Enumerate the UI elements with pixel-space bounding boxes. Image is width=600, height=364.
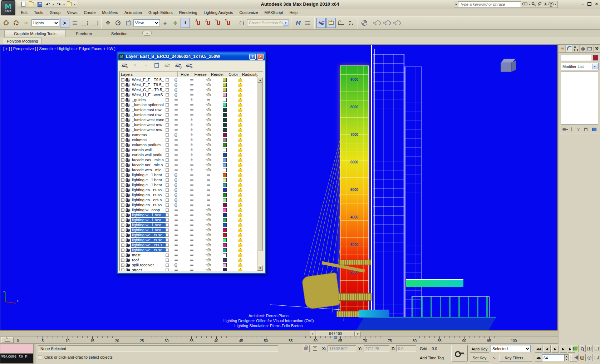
freeze-toggle[interactable] — [183, 198, 200, 202]
radiosity-cell[interactable]: * — [232, 168, 249, 172]
layer-stack-icon[interactable] — [125, 264, 131, 267]
search-dropdown[interactable]: ▾ — [529, 3, 530, 6]
layer-name[interactable]: lighting.e...1.bear — [131, 173, 166, 177]
layer-row[interactable]: +lighting.e...1.bear* — [120, 182, 257, 187]
current-layer-checkbox[interactable] — [166, 103, 169, 107]
expand-icon[interactable]: + — [121, 259, 124, 262]
modifier-stack-list[interactable] — [561, 71, 598, 125]
layer-stack-icon[interactable] — [125, 148, 131, 152]
current-layer-checkbox[interactable] — [166, 218, 169, 222]
zoom-extents-all-button[interactable] — [571, 345, 579, 352]
current-layer-checkbox[interactable] — [166, 178, 169, 182]
radiosity-cell[interactable]: * — [232, 78, 249, 82]
add-time-tag[interactable]: Add Time Tag — [420, 356, 444, 360]
layer-color-cell[interactable] — [217, 113, 232, 117]
select-and-move-button[interactable]: ✥ — [103, 18, 113, 28]
layer-stack-icon[interactable] — [125, 128, 131, 132]
menu-item-create[interactable]: Create — [81, 9, 98, 16]
go-to-start-button[interactable]: ◀◀ — [535, 345, 542, 353]
radiosity-cell[interactable]: * — [232, 228, 249, 232]
layer-row[interactable]: +lighting.we...rs.sc* — [120, 247, 257, 252]
make-unique-button[interactable]: ∨ — [577, 127, 580, 132]
layer-row[interactable]: +lighting.w...1.bea* — [120, 222, 257, 227]
menu-item-customize[interactable]: Customize — [237, 9, 261, 16]
hide-toggle[interactable] — [169, 259, 183, 261]
column-layers[interactable]: Layers — [120, 72, 171, 77]
manage-layers-button[interactable] — [316, 18, 326, 28]
configure-modifier-sets-button[interactable] — [592, 128, 596, 131]
radiosity-cell[interactable]: * — [232, 223, 249, 227]
render-toggle[interactable] — [200, 259, 217, 261]
current-layer-checkbox[interactable] — [166, 78, 169, 82]
favorites-star-icon[interactable]: ★ — [544, 2, 547, 7]
freeze-toggle[interactable]: ❄ — [183, 153, 200, 157]
freeze-toggle[interactable] — [183, 178, 200, 182]
remove-modifier-button[interactable] — [584, 128, 587, 131]
expand-icon[interactable]: + — [121, 203, 124, 207]
current-layer-checkbox[interactable] — [166, 213, 169, 217]
render-toggle[interactable] — [200, 158, 217, 162]
select-and-link-button[interactable] — [1, 18, 11, 28]
current-layer-checkbox[interactable] — [166, 83, 169, 87]
layer-name[interactable]: _lumloc.west.row. — [131, 123, 166, 127]
layer-name[interactable]: West_E_E...T9.5_ — [131, 78, 166, 82]
add-selection-to-layer-button[interactable]: ＋ — [142, 62, 150, 69]
absolute-mode-toggle[interactable] — [311, 345, 319, 352]
layer-name[interactable]: West_H_E...werS — [131, 93, 166, 97]
radiosity-cell[interactable]: * — [232, 193, 249, 197]
radiosity-cell[interactable]: * — [232, 103, 249, 107]
layer-stack-icon[interactable] — [125, 223, 131, 227]
select-highlighted-objects-button[interactable] — [153, 62, 161, 69]
layer-name[interactable]: _guides — [131, 98, 166, 102]
render-toggle[interactable] — [200, 98, 217, 102]
layer-name[interactable]: lighting.w...1.bea — [131, 228, 166, 232]
hide-toggle[interactable] — [169, 143, 183, 147]
delete-layer-button[interactable]: ✕ — [131, 62, 139, 69]
expand-icon[interactable]: + — [121, 238, 124, 242]
current-layer-checkbox[interactable] — [166, 208, 169, 212]
layer-color-cell[interactable] — [217, 193, 232, 197]
expand-icon[interactable]: + — [121, 173, 124, 177]
layer-name[interactable]: _lum.loc.optionnal — [131, 103, 166, 107]
menu-item-lighting-analysis[interactable]: Lighting Analysis — [201, 9, 236, 16]
layer-name[interactable]: _lumloc.west.row. — [131, 128, 166, 132]
layer-row[interactable]: +lighting.e...1.bear* — [120, 172, 257, 177]
hide-toggle[interactable] — [169, 133, 183, 137]
layer-name[interactable]: West_F_E...T9.5_ — [131, 83, 166, 87]
current-layer-checkbox[interactable] — [166, 128, 169, 132]
scrollbar-thumb[interactable] — [257, 83, 263, 251]
render-toggle[interactable] — [200, 103, 217, 106]
expand-icon[interactable]: + — [121, 218, 124, 222]
layer-row[interactable]: +lighting.ea...rs.so* — [120, 187, 257, 192]
hide-toggle[interactable] — [169, 183, 183, 187]
layer-name[interactable]: lighting.ea...rs.so — [131, 188, 166, 192]
layer-color-cell[interactable] — [217, 103, 232, 107]
next-frame-arrow[interactable]: ▸ — [355, 331, 361, 336]
layer-stack-icon[interactable] — [125, 254, 131, 257]
hide-toggle[interactable] — [169, 113, 183, 116]
radiosity-cell[interactable]: * — [232, 258, 249, 262]
layer-row[interactable]: +lighting.ea...rs.so* — [120, 192, 257, 197]
layer-name[interactable]: _lumloc.east.row. — [131, 113, 166, 117]
layer-row[interactable]: +_lum.loc.optionnal* — [120, 102, 257, 107]
layer-list-scrollbar[interactable]: ▲ ▼ — [257, 77, 263, 271]
freeze-toggle[interactable] — [183, 259, 200, 261]
freeze-toggle[interactable] — [183, 193, 200, 197]
layer-row[interactable]: +curtain.wall.podiu❄* — [120, 152, 257, 157]
render-toggle[interactable] — [200, 133, 217, 137]
layer-color-cell[interactable] — [217, 183, 232, 187]
hide-toggle[interactable] — [169, 78, 183, 82]
highlight-selected-objects-layers-button[interactable] — [163, 62, 171, 69]
render-toggle[interactable] — [200, 233, 217, 236]
expand-icon[interactable]: + — [121, 223, 124, 227]
layer-row[interactable]: +street* — [120, 267, 257, 271]
previous-frame-arrow[interactable]: ◂ — [310, 331, 315, 336]
expand-icon[interactable]: + — [121, 254, 124, 257]
layer-name[interactable]: lighting.e...1.bear — [131, 178, 166, 182]
expand-icon[interactable]: + — [121, 163, 124, 167]
schematic-view-button[interactable] — [346, 18, 356, 28]
layer-row[interactable]: +lighting.ea...rs.so* — [120, 202, 257, 207]
layer-row[interactable]: +facade.eas...mic.s❄* — [120, 157, 257, 162]
tab-freeform[interactable]: Freeform — [67, 30, 101, 37]
tab-hierarchy[interactable] — [573, 45, 580, 52]
